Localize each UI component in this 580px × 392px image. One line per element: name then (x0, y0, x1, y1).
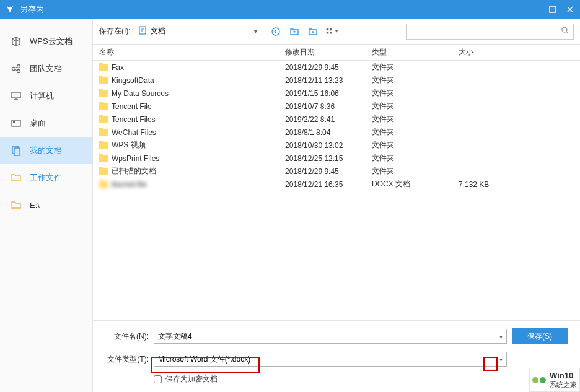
back-icon[interactable] (270, 25, 282, 38)
file-row[interactable]: 已扫描的文档 2018/12/29 9:45 文件夹 (93, 165, 580, 178)
sidebar-item-work-file[interactable]: 工作文件 (0, 164, 92, 191)
file-date: 2018/12/29 9:45 (285, 167, 372, 176)
file-date: 2018/12/11 13:23 (285, 76, 372, 85)
svg-point-15 (562, 27, 567, 32)
folder-icon (99, 77, 108, 84)
folder-icon (99, 90, 108, 97)
filename-input[interactable]: 文字文稿4 ▾ (154, 329, 507, 344)
file-name: WPS 视频 (112, 140, 146, 150)
svg-rect-13 (326, 32, 328, 34)
svg-point-2 (17, 65, 20, 68)
docs-icon (10, 144, 22, 157)
file-list: Fax 2018/12/29 9:45 文件夹 KingsoftData 201… (93, 61, 580, 320)
sidebar-item-wps-cloud[interactable]: WPS云文档 (0, 28, 92, 55)
sidebar-item-label: E:\ (30, 201, 40, 210)
sidebar-item-label: 我的文档 (30, 145, 62, 156)
svg-rect-11 (326, 28, 328, 30)
file-row[interactable]: WpsPrint Files 2018/12/25 12:15 文件夹 (93, 152, 580, 165)
file-row[interactable]: KingsoftData 2018/12/11 13:23 文件夹 (93, 74, 580, 87)
folder-icon (99, 181, 108, 188)
sidebar-item-my-docs[interactable]: 我的文档 (0, 137, 92, 164)
svg-point-3 (17, 70, 20, 73)
column-date[interactable]: 修改日期 (285, 47, 372, 58)
search-input[interactable] (411, 27, 561, 36)
file-name: blurred-file (112, 180, 147, 189)
file-row[interactable]: blurred-file 2018/12/21 16:35 DOCX 文档 7,… (93, 178, 580, 191)
chevron-down-icon: ▾ (254, 28, 257, 35)
file-type: 文件夹 (372, 88, 446, 98)
titlebar: 另存为 (0, 0, 580, 19)
new-folder-icon[interactable] (307, 25, 319, 38)
folder-icon (10, 199, 22, 211)
file-list-header: 名称 修改日期 类型 大小 (93, 45, 580, 61)
folder-icon (99, 129, 108, 136)
sidebar-item-e-drive[interactable]: E:\ (0, 191, 92, 219)
column-type[interactable]: 类型 (372, 47, 446, 58)
up-folder-icon[interactable] (288, 25, 301, 38)
file-type: DOCX 文档 (372, 179, 446, 189)
file-row[interactable]: Fax 2018/12/29 9:45 文件夹 (93, 61, 580, 74)
filename-label: 文件名(N): (105, 331, 149, 342)
file-size: 7,132 KB (446, 180, 574, 189)
svg-rect-6 (13, 121, 15, 123)
file-row[interactable]: WPS 视频 2018/10/30 13:02 文件夹 (93, 139, 580, 152)
file-name: My Data Sources (112, 89, 169, 98)
file-date: 2018/10/30 13:02 (285, 141, 372, 150)
close-button[interactable] (565, 4, 575, 14)
file-name: Tencent File (112, 102, 152, 111)
file-date: 2018/10/7 8:36 (285, 102, 372, 111)
sidebar-item-computer[interactable]: 计算机 (0, 82, 92, 110)
folder-icon (99, 168, 108, 175)
file-name: WpsPrint Files (112, 154, 159, 163)
sidebar-item-desktop[interactable]: 桌面 (0, 110, 92, 137)
file-row[interactable]: Tencent File 2018/10/7 8:36 文件夹 (93, 100, 580, 113)
maximize-button[interactable] (548, 4, 558, 14)
column-name[interactable]: 名称 (99, 47, 285, 58)
file-row[interactable]: Tencent Files 2019/2/22 8:41 文件夹 (93, 113, 580, 126)
cube-icon (10, 35, 22, 48)
sidebar-item-label: 计算机 (30, 90, 54, 102)
file-date: 2018/8/1 8:04 (285, 128, 372, 137)
file-row[interactable]: My Data Sources 2019/1/15 16:06 文件夹 (93, 87, 580, 100)
location-dropdown[interactable]: 文档 ▾ (136, 24, 260, 39)
filetype-label: 文件类型(T): (105, 354, 149, 365)
save-button[interactable]: 保存(S) (512, 328, 568, 344)
svg-rect-0 (550, 6, 556, 12)
sidebar: WPS云文档 团队文档 计算机 桌面 我的文档 工作文件 E:\ (0, 19, 93, 392)
column-size[interactable]: 大小 (446, 47, 574, 58)
svg-rect-8 (14, 148, 20, 155)
folder-icon (10, 172, 22, 184)
encrypt-label: 保存为加密文档 (165, 374, 218, 385)
file-type: 文件夹 (372, 75, 446, 85)
svg-rect-4 (12, 92, 20, 98)
search-icon (561, 26, 569, 37)
doc-icon (138, 26, 147, 37)
folder-icon (99, 64, 108, 71)
file-name: Tencent Files (112, 115, 156, 124)
file-type: 文件夹 (372, 101, 446, 111)
app-icon (5, 4, 15, 14)
file-date: 2018/12/25 12:15 (285, 154, 372, 163)
svg-point-1 (12, 68, 15, 71)
sidebar-item-team-docs[interactable]: 团队文档 (0, 55, 92, 82)
svg-point-10 (272, 28, 279, 35)
watermark-logo (532, 377, 546, 383)
folder-icon (99, 142, 108, 149)
sidebar-item-label: WPS云文档 (30, 36, 72, 47)
view-grid-icon[interactable]: ▾ (325, 25, 338, 38)
encrypt-checkbox[interactable] (154, 375, 162, 383)
search-box[interactable] (406, 24, 574, 40)
svg-rect-14 (330, 32, 332, 34)
sidebar-item-label: 团队文档 (30, 63, 62, 74)
monitor-icon (10, 90, 22, 102)
file-date: 2019/2/22 8:41 (285, 115, 372, 124)
file-name: Fax (112, 63, 124, 72)
filetype-dropdown[interactable]: Microsoft Word 文件(*.docx) ▾ (154, 352, 507, 367)
file-date: 2018/12/29 9:45 (285, 63, 372, 72)
file-row[interactable]: WeChat Files 2018/8/1 8:04 文件夹 (93, 126, 580, 139)
folder-icon (99, 155, 108, 162)
file-date: 2018/12/21 16:35 (285, 180, 372, 189)
location-text: 文档 (151, 26, 250, 37)
save-in-label: 保存在(I): (99, 26, 131, 37)
file-type: 文件夹 (372, 127, 446, 137)
